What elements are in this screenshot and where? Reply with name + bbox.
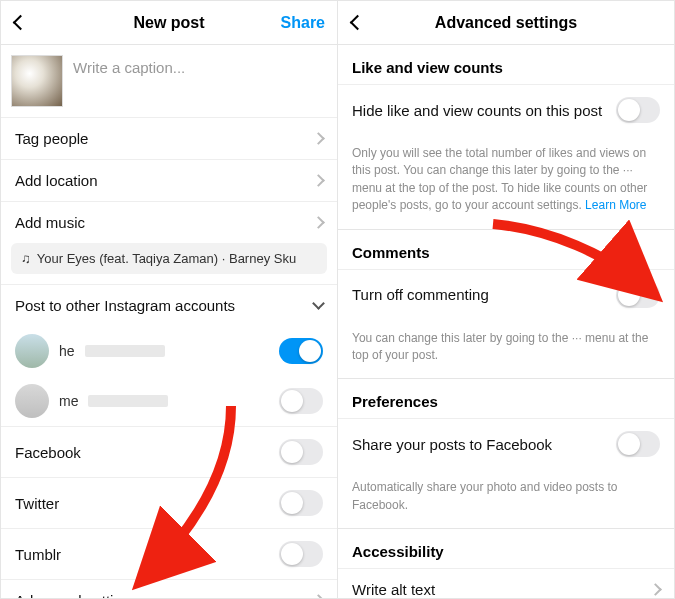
row-label: Write alt text <box>352 581 435 598</box>
section-title-likes: Like and view counts <box>338 45 674 84</box>
page-title: New post <box>133 14 204 32</box>
row-label: Advanced settings <box>15 592 138 598</box>
row-label: Turn off commenting <box>352 286 489 303</box>
chevron-left-icon <box>13 15 29 31</box>
row-label: Facebook <box>15 444 81 461</box>
section-title-comments: Comments <box>338 230 674 269</box>
new-post-pane: New post Share Write a caption... Tag pe… <box>1 1 338 598</box>
row-label: Twitter <box>15 495 59 512</box>
add-music-row[interactable]: Add music <box>1 201 337 243</box>
music-chip[interactable]: ♫ Your Eyes (feat. Taqiya Zaman) · Barne… <box>11 243 327 274</box>
music-note-icon: ♫ <box>21 251 31 266</box>
caption-row: Write a caption... <box>1 45 337 117</box>
account-name: he <box>59 343 75 359</box>
hide-like-sub: Only you will see the total number of li… <box>338 135 674 229</box>
facebook-toggle[interactable] <box>279 439 323 465</box>
page-title: Advanced settings <box>435 14 577 32</box>
account-toggle[interactable] <box>279 388 323 414</box>
row-label: Share your posts to Facebook <box>352 436 552 453</box>
redacted-text <box>85 345 165 357</box>
post-thumbnail[interactable] <box>11 55 63 107</box>
header: Advanced settings <box>338 1 674 45</box>
row-label: Add location <box>15 172 98 189</box>
account-toggle[interactable] <box>279 338 323 364</box>
account-row: he <box>1 326 337 376</box>
chevron-left-icon <box>350 15 366 31</box>
redacted-text <box>88 395 168 407</box>
tumblr-toggle[interactable] <box>279 541 323 567</box>
chevron-down-icon <box>312 297 325 310</box>
hide-like-counts-row[interactable]: Hide like and view counts on this post <box>338 84 674 135</box>
row-label: Tag people <box>15 130 88 147</box>
section-title-prefs: Preferences <box>338 379 674 418</box>
share-fb-toggle[interactable] <box>616 431 660 457</box>
chevron-right-icon <box>312 216 325 229</box>
learn-more-link[interactable]: Learn More <box>585 198 646 212</box>
advanced-settings-row[interactable]: Advanced settings <box>1 579 337 598</box>
prefs-sub: Automatically share your photo and video… <box>338 469 674 528</box>
row-label: Post to other Instagram accounts <box>15 297 235 314</box>
row-label: Hide like and view counts on this post <box>352 102 602 119</box>
tumblr-row[interactable]: Tumblr <box>1 528 337 579</box>
comment-toggle[interactable] <box>616 282 660 308</box>
chevron-right-icon <box>649 583 662 596</box>
facebook-row[interactable]: Facebook <box>1 426 337 477</box>
back-button[interactable] <box>9 1 32 44</box>
twitter-row[interactable]: Twitter <box>1 477 337 528</box>
section-title-access: Accessibility <box>338 529 674 568</box>
share-button[interactable]: Share <box>281 1 325 44</box>
back-button[interactable] <box>346 1 369 44</box>
post-other-accounts-row[interactable]: Post to other Instagram accounts <box>1 284 337 326</box>
row-label: Add music <box>15 214 85 231</box>
header: New post Share <box>1 1 337 45</box>
tag-people-row[interactable]: Tag people <box>1 117 337 159</box>
advanced-settings-pane: Advanced settings Like and view counts H… <box>338 1 674 598</box>
chevron-right-icon <box>312 132 325 145</box>
share-fb-row[interactable]: Share your posts to Facebook <box>338 418 674 469</box>
avatar <box>15 334 49 368</box>
write-alt-text-row[interactable]: Write alt text <box>338 568 674 598</box>
caption-input[interactable]: Write a caption... <box>73 55 327 76</box>
chevron-right-icon <box>312 174 325 187</box>
music-chip-label: Your Eyes (feat. Taqiya Zaman) · Barney … <box>37 251 296 266</box>
chevron-right-icon <box>312 594 325 598</box>
twitter-toggle[interactable] <box>279 490 323 516</box>
account-name: me <box>59 393 78 409</box>
turn-off-comment-row[interactable]: Turn off commenting <box>338 269 674 320</box>
row-label: Tumblr <box>15 546 61 563</box>
add-location-row[interactable]: Add location <box>1 159 337 201</box>
comments-sub: You can change this later by going to th… <box>338 320 674 379</box>
hide-like-toggle[interactable] <box>616 97 660 123</box>
avatar <box>15 384 49 418</box>
account-row: me <box>1 376 337 426</box>
